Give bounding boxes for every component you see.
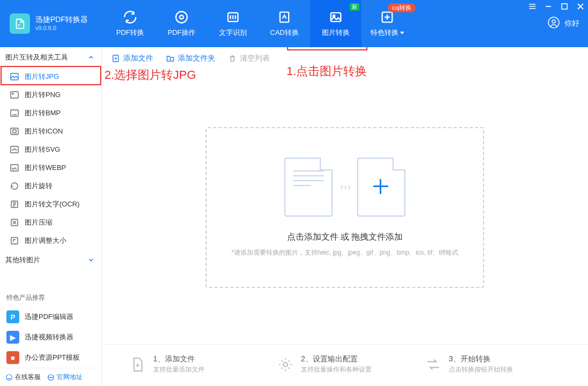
step-1: 1、添加文件支持批量添加文件 [129,354,276,374]
gear-ring-icon [174,10,190,25]
svg-text:P: P [18,23,20,28]
promo-pdf-editor[interactable]: P迅捷PDF编辑器 [0,307,101,327]
ppt-icon: ■ [6,351,19,364]
add-folder-button[interactable]: 添加文件夹 [166,54,215,63]
ie-icon [47,374,55,381]
sidebar-item-img-to-bmp[interactable]: 图片转BMP [0,104,101,122]
maximize-icon[interactable] [560,2,569,11]
add-file-button[interactable]: 添加文件 [111,54,153,63]
steps-bar: 1、添加文件支持批量添加文件 2、设置输出配置支持批量操作和各种设置 3、开始转… [102,344,588,386]
sidebar-item-label: 图片转文字(OCR) [25,199,80,209]
sidebar-item-img-to-svg[interactable]: 图片转SVG [0,140,101,159]
sidebar-item-label: 图片压缩 [25,218,52,227]
file-toolbar: 添加文件 添加文件夹 清空列表 [102,47,588,70]
sidebar-group-title: 图片互转及相关工具 [5,53,68,62]
svg-point-22 [6,374,12,380]
link-online-support[interactable]: 在线客服 [5,373,41,382]
step-3: 3、开始转换点击转换按钮开始转换 [424,354,572,374]
close-icon[interactable] [576,2,585,11]
link-label: 在线客服 [15,373,41,382]
jpg-icon [10,72,19,81]
file-add-icon [129,355,147,374]
step-title: 2、设置输出配置 [301,354,372,364]
tab-label: 特色转换 [371,28,404,38]
sidebar-item-label: 图片调整大小 [25,236,66,246]
promo-title: 特色产品推荐 [0,290,101,307]
logo-area: P 迅捷PDF转换器 v9.0.8.0 [0,0,104,47]
convert-icon [424,355,442,374]
promo-label: 迅捷PDF编辑器 [25,312,73,322]
sidebar-item-img-to-webp[interactable]: 图片转WEBP [0,159,101,177]
tab-label: 文字识别 [219,28,247,38]
menu-icon[interactable] [528,2,537,11]
drop-zone-graphic: › › › [284,158,405,217]
sidebar-item-label: 图片旋转 [25,181,52,191]
sidebar-item-img-to-icon[interactable]: 图片转ICON [0,122,101,140]
sidebar-item-img-to-jpg[interactable]: 图片转JPG [0,68,101,86]
cad-file-icon [276,10,292,25]
tab-pdf-convert[interactable]: PDF转换 [104,0,156,47]
sidebar-item-label: 图片转JPG [25,72,59,81]
svg-rect-10 [562,4,567,9]
sidebar-item-img-resize[interactable]: 图片调整大小 [0,232,101,250]
tab-label: 图片转换 [322,28,350,38]
file-plus-outline-icon [357,158,405,217]
promo-video-converter[interactable]: ▶迅捷视频转换器 [0,327,101,347]
badge-new: 新 [350,3,359,11]
drop-zone-text: 点击添加文件 或 拖拽文件添加 [287,232,403,243]
badge-caj[interactable]: caj转换 [388,3,416,12]
svg-icon [10,145,19,154]
minimize-icon[interactable] [544,2,553,11]
svg-point-9 [552,20,555,23]
compress-icon [10,218,19,227]
png-icon [10,90,19,100]
app-header: P 迅捷PDF转换器 v9.0.8.0 PDF转换 PDF操作 文字识别 CAD… [0,0,588,47]
svg-rect-17 [11,146,18,153]
svg-rect-15 [11,128,18,135]
webp-icon [10,163,19,173]
bmp-icon [10,108,19,118]
ocr-icon [10,199,19,209]
folder-plus-icon [166,54,175,63]
sidebar-item-img-to-png[interactable]: 图片转PNG [0,86,101,104]
step-subtitle: 支持批量操作和各种设置 [301,365,372,374]
sidebar-item-label: 图片转SVG [25,145,60,154]
svg-point-13 [12,93,13,94]
refresh-icon [122,10,138,25]
main-tabs: PDF转换 PDF操作 文字识别 CAD转换 新 图片转换 特色转换 [104,0,542,47]
tab-image-convert[interactable]: 新 图片转换 [310,0,361,47]
bars-icon [225,10,241,25]
app-title: 迅捷PDF转换器 [35,15,88,24]
link-official-site[interactable]: 官网地址 [47,373,82,382]
step-title: 3、开始转换 [449,354,513,364]
svg-rect-4 [280,12,289,23]
chevron-down-icon [400,32,404,34]
sidebar-item-img-rotate[interactable]: 图片旋转 [0,177,101,195]
svg-rect-16 [13,130,16,133]
clear-list-button[interactable]: 清空列表 [228,54,270,63]
svg-rect-12 [11,92,18,98]
image-icon [328,10,344,25]
pdf-editor-icon: P [6,310,19,323]
svg-rect-5 [331,13,341,21]
promo-ppt-templates[interactable]: ■办公资源PPT模板 [0,347,101,368]
button-label: 清空列表 [240,54,270,63]
button-label: 添加文件 [123,54,153,63]
video-icon: ▶ [6,331,19,344]
footer-links: 在线客服 官网地址 [0,368,101,386]
tab-ocr[interactable]: 文字识别 [207,0,259,47]
step-subtitle: 支持批量添加文件 [153,365,205,374]
file-drop-zone[interactable]: › › › 点击添加文件 或 拖拽文件添加 *请添加需要转换的图片，支持heic… [206,127,484,288]
tab-pdf-operate[interactable]: PDF操作 [156,0,207,47]
headset-icon [5,374,13,381]
sidebar-group-image-tools[interactable]: 图片互转及相关工具 [0,47,101,68]
sidebar-item-img-ocr[interactable]: 图片转文字(OCR) [0,195,101,213]
tab-cad[interactable]: CAD转换 [259,0,310,47]
chevron-up-icon [87,54,95,61]
sidebar-group-other-to-image[interactable]: 其他转图片 [0,250,101,270]
link-label: 官网地址 [57,373,82,382]
sidebar-item-img-compress[interactable]: 图片压缩 [0,213,101,232]
svg-rect-21 [11,237,18,244]
promo-section: 特色产品推荐 P迅捷PDF编辑器 ▶迅捷视频转换器 ■办公资源PPT模板 [0,285,101,368]
svg-rect-14 [11,110,18,116]
